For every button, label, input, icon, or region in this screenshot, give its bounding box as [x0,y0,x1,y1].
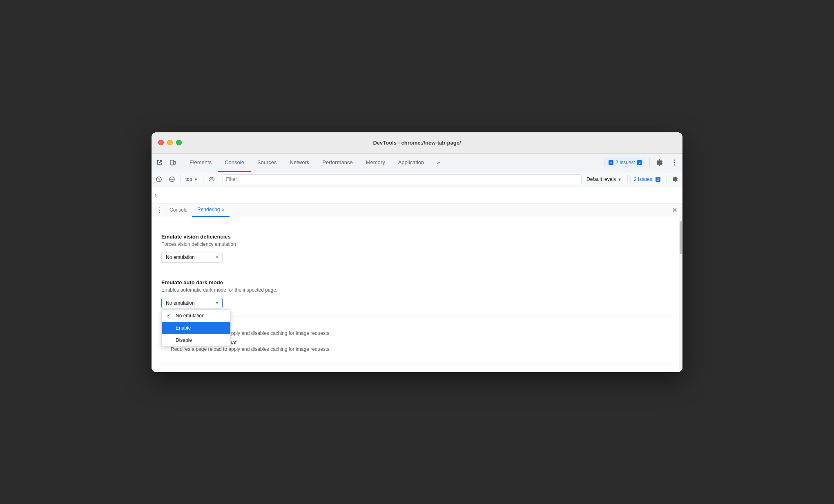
bottom-tab-console[interactable]: Console [165,203,192,217]
toolbar-divider-1 [181,158,181,167]
auto-dark-mode-title: Emulate auto dark mode [161,279,673,285]
vision-deficiency-title: Emulate vision deficiencies [161,234,673,240]
svg-point-9 [674,165,675,166]
close-button[interactable] [158,140,164,145]
auto-dark-mode-section: Emulate auto dark mode Enables automatic… [161,271,673,317]
svg-line-11 [158,178,160,181]
console-settings-icon[interactable] [669,174,681,185]
main-toolbar: Elements Console Sources Network Perform… [152,154,682,172]
vision-deficiency-section: Emulate vision deficiencies Forces visio… [161,225,673,271]
vision-deficiency-select-button[interactable]: No emulation ▾ [161,252,223,263]
console-toolbar: top ▼ Default levels ▼ 2 Issues: 2 [152,172,682,187]
context-selector[interactable]: top ▼ [183,176,201,183]
svg-point-8 [674,162,675,163]
svg-text:2: 2 [657,178,659,181]
tab-memory[interactable]: Memory [359,154,392,172]
tab-application[interactable]: Application [392,154,431,172]
tab-sources[interactable]: Sources [251,154,283,172]
vision-select-arrow-icon: ▾ [216,255,218,259]
svg-rect-1 [174,161,176,164]
inspect-element-icon[interactable] [153,156,166,169]
tab-network[interactable]: Network [283,154,316,172]
dropdown-item-enable[interactable]: Enable [162,322,230,334]
disable-webp-row: Disable WebP image format Requires a pag… [161,339,673,352]
clear-console-icon[interactable] [153,174,165,185]
issues-badge[interactable]: ✓ 2 Issues: 2 [604,158,646,167]
more-options-icon[interactable] [668,156,681,169]
checkmark-icon: ✓ [167,313,172,318]
window-title: DevTools - chrome://new-tab-page/ [373,140,461,146]
tab-console[interactable]: Console [218,154,251,172]
title-bar: DevTools - chrome://new-tab-page/ [152,132,682,154]
block-network-icon[interactable] [166,174,178,185]
traffic-lights [158,140,182,145]
more-tabs-button[interactable]: » [430,154,446,172]
levels-selector[interactable]: Default levels ▼ [583,176,625,183]
console-issues-icon: 2 [655,176,661,182]
close-bottom-panel-icon[interactable]: ✕ [669,205,679,215]
dropdown-item-disable[interactable]: Disable [162,334,230,346]
bottom-tab-menu-icon[interactable]: ⋮ [155,205,165,215]
auto-dark-mode-select: No emulation ▾ ✓ No emulation Enable [161,298,223,308]
auto-dark-mode-select-button[interactable]: No emulation ▾ [161,298,223,308]
levels-dropdown-arrow: ▼ [618,177,622,182]
console-divider-2 [203,175,203,183]
bottom-tabs: ⋮ Console Rendering ✕ ✕ [152,203,682,217]
dark-mode-select-arrow-icon: ▾ [216,301,218,305]
issues-icon: ✓ [608,160,614,165]
svg-text:2: 2 [639,161,641,165]
console-divider-5 [667,175,667,183]
console-divider-3 [220,175,220,183]
rendering-panel: Emulate vision deficiencies Forces visio… [152,217,682,372]
settings-icon[interactable] [653,156,666,169]
device-toolbar-icon[interactable] [166,156,179,169]
vision-deficiency-select: No emulation ▾ [161,252,223,263]
disable-avif-row: Disable AVIF image format Requires a pag… [161,323,673,336]
console-prompt: › [155,192,157,198]
tab-performance[interactable]: Performance [316,154,359,172]
svg-point-7 [674,160,675,161]
dropdown-item-no-emulation[interactable]: ✓ No emulation [162,310,230,322]
console-divider-1 [180,175,181,183]
scrollbar-thumb[interactable] [680,221,682,254]
minimize-button[interactable] [167,140,173,145]
tab-elements[interactable]: Elements [183,154,218,172]
svg-text:✓: ✓ [609,161,612,165]
auto-dark-mode-dropdown: ✓ No emulation Enable Disable [161,309,231,347]
toolbar-right: ✓ 2 Issues: 2 [604,156,681,169]
devtools-window: DevTools - chrome://new-tab-page/ Elemen… [152,132,682,372]
svg-point-2 [172,164,172,165]
svg-point-14 [211,178,212,180]
tab-navigation: Elements Console Sources Network Perform… [183,154,604,172]
auto-dark-mode-desc: Enables automatic dark mode for the insp… [161,287,673,293]
maximize-button[interactable] [176,140,182,145]
console-divider-4 [627,175,628,183]
console-content: › [152,187,682,203]
eye-icon[interactable] [206,174,217,185]
bottom-tab-rendering[interactable]: Rendering ✕ [192,203,230,217]
close-rendering-tab[interactable]: ✕ [221,207,225,212]
filter-input[interactable] [223,174,582,184]
context-dropdown-arrow: ▼ [194,177,198,182]
vision-deficiency-desc: Forces vision deficiency emulation [161,241,673,247]
scrollbar[interactable] [679,217,682,372]
image-format-section: Disable AVIF image format Requires a pag… [161,317,673,364]
disable-webp-desc: Requires a page reload to apply and disa… [171,346,331,352]
toolbar-divider-2 [649,158,650,167]
console-issues-count[interactable]: 2 Issues: 2 [630,176,664,183]
bottom-panel: ⋮ Console Rendering ✕ ✕ Emulate vision d… [152,203,682,372]
